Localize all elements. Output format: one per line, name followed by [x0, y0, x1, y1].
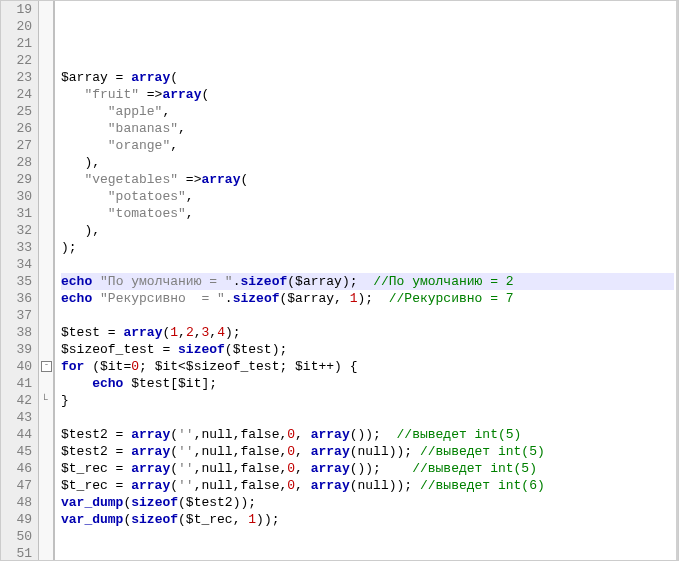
code-line: ),: [61, 222, 674, 239]
code-line: var_dump(sizeof($t_rec, 1));: [61, 511, 674, 528]
code-line: "fruit" =>array(: [61, 86, 674, 103]
code-line: echo "Рекурсивно = ".sizeof($array, 1); …: [61, 290, 674, 307]
line-number: 45: [1, 443, 32, 460]
line-number: 22: [1, 52, 32, 69]
code-line: "tomatoes",: [61, 205, 674, 222]
code-line-highlighted: echo "По умолчанию = ".sizeof($array); /…: [61, 273, 674, 290]
line-number: 38: [1, 324, 32, 341]
line-number: 25: [1, 103, 32, 120]
code-line: for ($it=0; $it<$sizeof_test; $it++) {: [61, 358, 674, 375]
code-line: }: [61, 392, 674, 409]
code-line: $array = array(: [61, 69, 674, 86]
right-margin: [676, 1, 678, 560]
line-number: 33: [1, 239, 32, 256]
line-number: 43: [1, 409, 32, 426]
code-line: $test2 = array('',null,false,0, array(nu…: [61, 443, 674, 460]
fold-end-icon: └: [41, 396, 50, 405]
line-number: 48: [1, 494, 32, 511]
code-line: var_dump(sizeof($test2));: [61, 494, 674, 511]
line-number: 49: [1, 511, 32, 528]
code-line: );: [61, 239, 674, 256]
code-line: [61, 1, 674, 18]
line-number: 28: [1, 154, 32, 171]
code-line: echo $test[$it];: [61, 375, 674, 392]
line-number: 46: [1, 460, 32, 477]
code-line: $test = array(1,2,3,4);: [61, 324, 674, 341]
line-number: 29: [1, 171, 32, 188]
line-number: 51: [1, 545, 32, 561]
line-number: 31: [1, 205, 32, 222]
line-number: 35: [1, 273, 32, 290]
line-number: 23: [1, 69, 32, 86]
fold-gutter: - └: [39, 1, 53, 560]
line-number: 41: [1, 375, 32, 392]
line-number: 44: [1, 426, 32, 443]
line-number: 24: [1, 86, 32, 103]
line-number-gutter: 1920212223242526272829303132333435363738…: [1, 1, 39, 560]
code-line: [61, 545, 674, 561]
code-line: "orange",: [61, 137, 674, 154]
code-line: [61, 52, 674, 69]
code-line: $t_rec = array('',null,false,0, array())…: [61, 460, 674, 477]
line-number: 40: [1, 358, 32, 375]
line-number: 42: [1, 392, 32, 409]
code-line: [61, 528, 674, 545]
line-number: 27: [1, 137, 32, 154]
code-line: $test2 = array('',null,false,0, array())…: [61, 426, 674, 443]
code-line: [61, 256, 674, 273]
code-editor[interactable]: 1920212223242526272829303132333435363738…: [0, 0, 679, 561]
line-number: 21: [1, 35, 32, 52]
line-number: 32: [1, 222, 32, 239]
code-line: "apple",: [61, 103, 674, 120]
line-number: 36: [1, 290, 32, 307]
line-number: 26: [1, 120, 32, 137]
line-number: 37: [1, 307, 32, 324]
fold-toggle-icon[interactable]: -: [41, 361, 52, 372]
code-line: [61, 18, 674, 35]
code-line: [61, 307, 674, 324]
code-line: [61, 35, 674, 52]
line-number: 20: [1, 18, 32, 35]
code-line: [61, 409, 674, 426]
line-number: 34: [1, 256, 32, 273]
code-line: "bananas",: [61, 120, 674, 137]
line-number: 47: [1, 477, 32, 494]
code-line: "potatoes",: [61, 188, 674, 205]
code-line: "vegetables" =>array(: [61, 171, 674, 188]
code-margin: [53, 1, 55, 560]
line-number: 30: [1, 188, 32, 205]
line-number: 50: [1, 528, 32, 545]
line-number: 19: [1, 1, 32, 18]
code-line: $sizeof_test = sizeof($test);: [61, 341, 674, 358]
code-line: $t_rec = array('',null,false,0, array(nu…: [61, 477, 674, 494]
code-line: ),: [61, 154, 674, 171]
line-number: 39: [1, 341, 32, 358]
code-area[interactable]: $array = array( "fruit" =>array( "apple"…: [61, 1, 674, 560]
